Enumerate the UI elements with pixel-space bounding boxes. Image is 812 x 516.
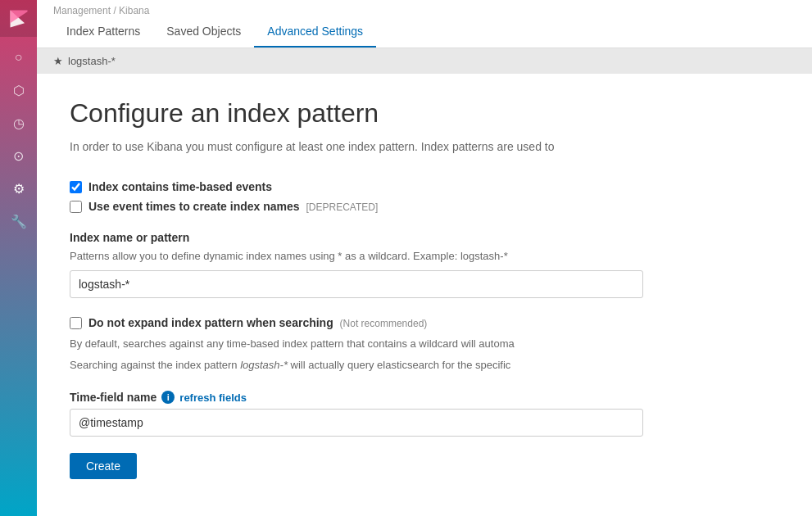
time-field-group: Time-field name i refresh fields	[70, 391, 779, 437]
expand-description-2: Searching against the index pattern logs…	[70, 357, 779, 373]
index-name-input[interactable]	[70, 270, 643, 298]
nav-tabs: Index Patterns Saved Objects Advanced Se…	[53, 16, 796, 48]
breadcrumb-parent: Management	[53, 5, 111, 16]
index-name-description: Patterns allow you to define dynamic ind…	[70, 249, 779, 264]
breadcrumb-separator: /	[113, 5, 116, 16]
deprecated-badge: [DEPRECATED]	[306, 201, 378, 213]
kibana-logo	[0, 0, 37, 37]
not-recommended-text: (Not recommended)	[340, 318, 428, 329]
breadcrumb-current: Kibana	[119, 5, 149, 16]
tab-saved-objects[interactable]: Saved Objects	[153, 16, 254, 48]
content-area: ★ logstash-* Configure an index pattern …	[37, 48, 812, 516]
topbar: Management / Kibana Index Patterns Saved…	[37, 0, 812, 48]
checkbox-time-based[interactable]	[70, 181, 82, 193]
main-content: Management / Kibana Index Patterns Saved…	[37, 0, 812, 516]
star-icon: ★	[53, 55, 63, 67]
index-pattern-label: logstash-*	[68, 55, 116, 67]
index-name-field-group: Index name or pattern Patterns allow you…	[70, 231, 779, 298]
index-pattern-bar: ★ logstash-*	[37, 48, 812, 74]
timelion-icon[interactable]: ⊙	[0, 139, 37, 172]
time-field-input[interactable]	[70, 409, 643, 437]
create-button[interactable]: Create	[70, 453, 137, 479]
dev-tools-icon[interactable]: 🔧	[0, 205, 37, 238]
checkbox-time-based-label[interactable]: Index contains time-based events	[88, 180, 272, 193]
discover-icon[interactable]: ○	[0, 41, 37, 74]
breadcrumb: Management / Kibana	[53, 0, 796, 16]
tab-index-patterns[interactable]: Index Patterns	[53, 16, 153, 48]
checkbox-no-expand-group: Do not expand index pattern when searchi…	[70, 316, 779, 373]
form-area: Configure an index pattern In order to u…	[37, 74, 812, 516]
checkbox-no-expand-label[interactable]: Do not expand index pattern when searchi…	[88, 316, 427, 329]
checkbox-time-based-group: Index contains time-based events	[70, 180, 779, 193]
expand-description-1: By default, searches against any time-ba…	[70, 336, 779, 352]
info-icon[interactable]: i	[161, 391, 175, 404]
intro-text: In order to use Kibana you must configur…	[70, 138, 779, 156]
checkbox-no-expand[interactable]	[70, 317, 82, 329]
visualize-icon[interactable]: ⬡	[0, 74, 37, 106]
time-field-label: Time-field name i refresh fields	[70, 391, 779, 404]
refresh-fields-link[interactable]: refresh fields	[179, 392, 247, 404]
tab-advanced-settings[interactable]: Advanced Settings	[254, 16, 376, 48]
checkbox-event-times[interactable]	[70, 201, 82, 213]
index-name-label: Index name or pattern	[70, 231, 779, 244]
page-title: Configure an index pattern	[70, 98, 779, 129]
checkbox-event-times-label[interactable]: Use event times to create index names [D…	[88, 200, 378, 213]
sidebar: ○ ⬡ ◷ ⊙ ⚙ 🔧	[0, 0, 37, 516]
expand-description-italic: logstash-*	[240, 359, 288, 371]
settings-icon[interactable]: ⚙	[0, 172, 37, 205]
checkbox-no-expand-row: Do not expand index pattern when searchi…	[70, 316, 779, 329]
checkbox-event-times-group: Use event times to create index names [D…	[70, 200, 779, 213]
dashboard-icon[interactable]: ◷	[0, 106, 37, 139]
